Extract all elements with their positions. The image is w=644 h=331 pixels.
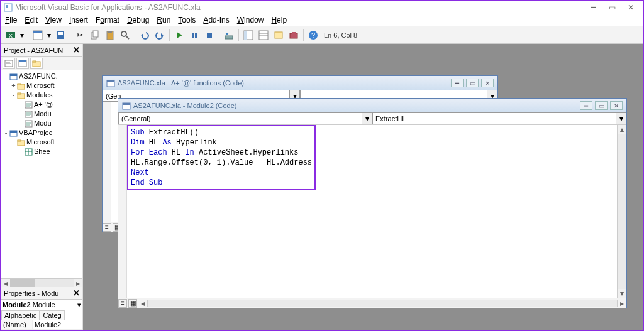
dropdown-icon[interactable]: ▾ bbox=[19, 28, 25, 42]
maximize-button[interactable]: ▭ bbox=[602, 2, 621, 13]
view-object-icon[interactable] bbox=[16, 58, 29, 69]
redo-icon[interactable] bbox=[153, 28, 167, 42]
menu-view[interactable]: View bbox=[45, 16, 62, 24]
close-panel-icon[interactable]: ✕ bbox=[73, 45, 80, 55]
chevron-down-icon[interactable]: ▾ bbox=[616, 112, 626, 124]
svg-rect-38 bbox=[33, 61, 36, 62]
project-tree[interactable]: -AS2AFUNC.+Microsoft-ModulesA+ '@ModuMod… bbox=[1, 70, 82, 278]
tree-item[interactable]: +Microsoft bbox=[3, 81, 81, 90]
help-icon[interactable]: ? bbox=[306, 28, 320, 42]
svg-rect-44 bbox=[18, 93, 21, 94]
project-explorer-header: Project - AS2AFUN ✕ bbox=[1, 44, 82, 57]
menu-file[interactable]: File bbox=[5, 16, 17, 24]
maximize-icon[interactable]: ▭ bbox=[595, 101, 608, 110]
tree-item-label: Modules bbox=[26, 90, 53, 100]
tab-alphabetic[interactable]: Alphabetic bbox=[1, 310, 40, 320]
property-row[interactable]: (Name) Module2 bbox=[1, 320, 82, 330]
tree-hscrollbar[interactable]: ◂▸ bbox=[1, 278, 82, 287]
design-mode-icon[interactable] bbox=[222, 28, 236, 42]
menu-run[interactable]: Run bbox=[157, 16, 170, 24]
reset-icon[interactable] bbox=[203, 28, 216, 42]
chevron-down-icon[interactable]: ▾ bbox=[362, 112, 372, 124]
menu-insert[interactable]: Insert bbox=[69, 16, 88, 24]
toggle-folders-icon[interactable] bbox=[30, 58, 43, 69]
svg-rect-11 bbox=[108, 31, 112, 33]
maximize-icon[interactable]: ▭ bbox=[466, 79, 479, 87]
tree-item[interactable]: -Modules bbox=[3, 90, 81, 100]
close-panel-icon[interactable]: ✕ bbox=[73, 288, 80, 298]
procedure-dropdown[interactable] bbox=[372, 112, 616, 124]
view-code-icon[interactable] bbox=[3, 58, 15, 69]
tree-item[interactable]: A+ '@ bbox=[3, 100, 81, 109]
tree-item[interactable]: -Microsoft bbox=[3, 138, 81, 147]
vscrollbar[interactable]: ▴▾ bbox=[617, 125, 626, 298]
paste-icon[interactable] bbox=[103, 28, 117, 42]
close-button[interactable]: ✕ bbox=[621, 2, 640, 13]
svg-rect-1 bbox=[6, 5, 8, 8]
cursor-position: Ln 6, Col 8 bbox=[324, 31, 357, 39]
save-icon[interactable] bbox=[53, 28, 67, 42]
svg-rect-58 bbox=[10, 131, 17, 133]
object-browser-icon[interactable] bbox=[272, 28, 286, 42]
hscrollbar[interactable] bbox=[147, 300, 618, 307]
insert-userform-icon[interactable] bbox=[31, 28, 45, 42]
property-name: (Name) bbox=[1, 320, 33, 329]
project-explorer-title: Project - AS2AFUN bbox=[4, 46, 63, 54]
cut-icon[interactable]: ✂ bbox=[73, 28, 87, 42]
module-icon bbox=[25, 111, 33, 118]
svg-rect-40 bbox=[10, 74, 17, 76]
menu-addins[interactable]: Add-Ins bbox=[203, 16, 229, 24]
dropdown-icon[interactable]: ▾ bbox=[77, 301, 81, 309]
procedure-view-icon[interactable]: ≡ bbox=[103, 223, 111, 232]
vba-app-icon bbox=[4, 3, 13, 12]
full-module-view-icon[interactable]: ▦ bbox=[128, 299, 137, 308]
code-window-title: AS2AFUNC.xla - Module2 (Code) bbox=[133, 102, 236, 109]
close-icon[interactable]: ✕ bbox=[610, 101, 623, 110]
tree-item[interactable]: Shee bbox=[3, 147, 81, 156]
view-excel-icon[interactable]: X bbox=[4, 28, 18, 42]
object-dropdown[interactable] bbox=[118, 112, 362, 124]
properties-window-icon[interactable] bbox=[257, 28, 270, 42]
svg-rect-67 bbox=[123, 103, 130, 105]
svg-rect-17 bbox=[192, 33, 194, 38]
svg-text:?: ? bbox=[311, 31, 315, 39]
menu-tools[interactable]: Tools bbox=[178, 16, 196, 24]
tree-item[interactable]: -AS2AFUNC. bbox=[3, 72, 81, 81]
close-icon[interactable]: ✕ bbox=[481, 79, 494, 87]
break-icon[interactable] bbox=[187, 28, 201, 42]
menu-debug[interactable]: Debug bbox=[127, 16, 149, 24]
code-window-front[interactable]: AS2AFUNC.xla - Module2 (Code) ━ ▭ ✕ ▾ ▾ … bbox=[118, 98, 627, 308]
tree-item-label: AS2AFUNC. bbox=[19, 72, 58, 81]
find-icon[interactable] bbox=[118, 28, 132, 42]
svg-rect-60 bbox=[18, 140, 21, 141]
menu-edit[interactable]: Edit bbox=[25, 16, 38, 24]
scroll-left-icon[interactable]: ◂ bbox=[138, 299, 147, 308]
folder-icon bbox=[17, 82, 25, 90]
tree-item[interactable]: Modu bbox=[3, 109, 81, 119]
code-gutter bbox=[118, 125, 127, 298]
svg-point-12 bbox=[121, 31, 126, 36]
property-value[interactable]: Module2 bbox=[33, 320, 63, 329]
code-window-titlebar[interactable]: AS2AFUNC.xla - Module2 (Code) ━ ▭ ✕ bbox=[118, 99, 626, 112]
menu-format[interactable]: Format bbox=[96, 16, 119, 24]
tree-item-label: Shee bbox=[34, 147, 50, 156]
project-explorer-icon[interactable] bbox=[242, 28, 255, 42]
menu-help[interactable]: Help bbox=[271, 16, 287, 24]
svg-rect-36 bbox=[19, 60, 26, 62]
minimize-icon[interactable]: ━ bbox=[451, 79, 464, 87]
undo-icon[interactable] bbox=[138, 28, 152, 42]
code-editor[interactable]: Sub ExtractHL() Dim HL As Hyperlink For … bbox=[127, 125, 617, 298]
procedure-view-icon[interactable]: ≡ bbox=[118, 299, 127, 308]
toolbox-icon[interactable] bbox=[287, 28, 301, 42]
tab-categorized[interactable]: Categ bbox=[40, 310, 64, 320]
minimize-button[interactable]: ━ bbox=[584, 2, 602, 13]
minimize-icon[interactable]: ━ bbox=[580, 101, 592, 110]
dropdown-icon[interactable]: ▾ bbox=[46, 28, 52, 42]
scroll-right-icon[interactable]: ▸ bbox=[618, 299, 626, 308]
tree-item[interactable]: Modu bbox=[3, 119, 81, 128]
menu-window[interactable]: Window bbox=[237, 16, 264, 24]
copy-icon[interactable] bbox=[88, 28, 102, 42]
tree-item[interactable]: -VBAProjec bbox=[3, 128, 81, 138]
code-window-titlebar[interactable]: AS2AFUNC.xla - A+ '@' functions (Code) ━… bbox=[103, 76, 497, 90]
run-icon[interactable] bbox=[172, 28, 186, 42]
